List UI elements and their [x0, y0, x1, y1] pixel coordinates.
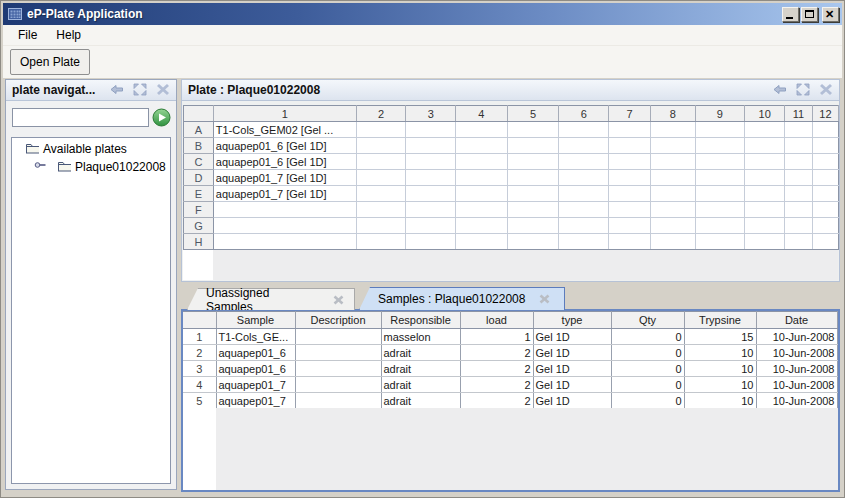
sample-cell[interactable]: Gel 1D	[533, 361, 611, 377]
well-H9[interactable]	[695, 234, 745, 250]
well-H2[interactable]	[356, 234, 406, 250]
sample-cell[interactable]: 2	[460, 361, 533, 377]
sample-cell[interactable]: 10-Jun-2008	[756, 393, 837, 409]
well-D6[interactable]	[559, 170, 609, 186]
well-D4[interactable]	[456, 170, 508, 186]
plate-close-panel-icon[interactable]	[819, 83, 833, 96]
sample-cell[interactable]: 4	[183, 377, 216, 393]
well-C9[interactable]	[695, 154, 745, 170]
well-G9[interactable]	[695, 218, 745, 234]
sample-cell[interactable]: Gel 1D	[533, 393, 611, 409]
sample-cell[interactable]: 10-Jun-2008	[756, 329, 837, 345]
well-F1[interactable]	[213, 202, 356, 218]
sample-cell[interactable]: 0	[611, 393, 684, 409]
well-F7[interactable]	[609, 202, 651, 218]
sample-cell[interactable]	[295, 329, 381, 345]
well-C10[interactable]	[745, 154, 785, 170]
well-C4[interactable]	[456, 154, 508, 170]
samples-col-header-Date[interactable]: Date	[756, 312, 837, 329]
well-H4[interactable]	[456, 234, 508, 250]
sample-cell[interactable]: 10-Jun-2008	[756, 361, 837, 377]
well-E10[interactable]	[745, 186, 785, 202]
well-F11[interactable]	[785, 202, 813, 218]
sample-row-3[interactable]: 3aquapep01_6adrait2Gel 1D01010-Jun-2008	[183, 361, 837, 377]
sample-cell[interactable]: adrait	[381, 377, 460, 393]
well-A6[interactable]	[559, 122, 609, 138]
well-G4[interactable]	[456, 218, 508, 234]
sample-cell[interactable]: aquapep01_7	[216, 377, 295, 393]
maximize-button[interactable]	[801, 7, 818, 22]
well-E6[interactable]	[559, 186, 609, 202]
well-A9[interactable]	[695, 122, 745, 138]
sample-cell[interactable]: 0	[611, 329, 684, 345]
sample-cell[interactable]: T1-Cols_GE...	[216, 329, 295, 345]
well-D10[interactable]	[745, 170, 785, 186]
sample-cell[interactable]: adrait	[381, 393, 460, 409]
sample-cell[interactable]: 3	[183, 361, 216, 377]
sample-cell[interactable]: 10-Jun-2008	[756, 345, 837, 361]
sample-cell[interactable]: 0	[611, 377, 684, 393]
well-F4[interactable]	[456, 202, 508, 218]
well-G12[interactable]	[812, 218, 838, 234]
sample-cell[interactable]: 10	[684, 377, 756, 393]
navigator-expand-panel-icon[interactable]	[133, 83, 147, 96]
well-H12[interactable]	[812, 234, 838, 250]
well-F2[interactable]	[356, 202, 406, 218]
tree-node-root[interactable]: Available plates	[12, 138, 170, 157]
sample-cell[interactable]	[295, 361, 381, 377]
plate-dock-left-icon[interactable]	[773, 83, 787, 96]
well-H5[interactable]	[507, 234, 559, 250]
well-B6[interactable]	[559, 138, 609, 154]
sample-cell[interactable]: 10	[684, 345, 756, 361]
samples-col-header-Trypsine[interactable]: Trypsine	[684, 312, 756, 329]
well-G10[interactable]	[745, 218, 785, 234]
sample-row-1[interactable]: 1T1-Cols_GE...masselon1Gel 1D01510-Jun-2…	[183, 329, 837, 345]
well-A8[interactable]	[650, 122, 695, 138]
samples-col-header-Qty[interactable]: Qty	[611, 312, 684, 329]
well-C6[interactable]	[559, 154, 609, 170]
well-B10[interactable]	[745, 138, 785, 154]
sample-cell[interactable]: 10	[684, 393, 756, 409]
well-B1[interactable]: aquapep01_6 [Gel 1D]	[213, 138, 356, 154]
sample-cell[interactable]: adrait	[381, 345, 460, 361]
well-H8[interactable]	[650, 234, 695, 250]
search-go-button[interactable]	[152, 108, 171, 127]
well-A10[interactable]	[745, 122, 785, 138]
sample-cell[interactable]: aquapep01_6	[216, 361, 295, 377]
well-E1[interactable]: aquapep01_7 [Gel 1D]	[213, 186, 356, 202]
sample-row-2[interactable]: 2aquapep01_6adrait2Gel 1D01010-Jun-2008	[183, 345, 837, 361]
well-H1[interactable]	[213, 234, 356, 250]
well-H6[interactable]	[559, 234, 609, 250]
well-A7[interactable]	[609, 122, 651, 138]
tree-handle-icon[interactable]	[34, 160, 48, 173]
well-F12[interactable]	[812, 202, 838, 218]
sample-cell[interactable]: Gel 1D	[533, 377, 611, 393]
sample-cell[interactable]: 2	[183, 345, 216, 361]
sample-cell[interactable]	[295, 345, 381, 361]
well-E7[interactable]	[609, 186, 651, 202]
sample-cell[interactable]: 5	[183, 393, 216, 409]
sample-cell[interactable]: 15	[684, 329, 756, 345]
well-B4[interactable]	[456, 138, 508, 154]
well-A4[interactable]	[456, 122, 508, 138]
menu-item-file[interactable]: File	[12, 26, 43, 44]
sample-cell[interactable]: 10	[684, 361, 756, 377]
sample-cell[interactable]: 0	[611, 345, 684, 361]
well-A11[interactable]	[785, 122, 813, 138]
well-A2[interactable]	[356, 122, 406, 138]
well-B3[interactable]	[406, 138, 456, 154]
well-C5[interactable]	[507, 154, 559, 170]
well-F10[interactable]	[745, 202, 785, 218]
sample-cell[interactable]: Gel 1D	[533, 345, 611, 361]
well-B2[interactable]	[356, 138, 406, 154]
well-E8[interactable]	[650, 186, 695, 202]
well-C2[interactable]	[356, 154, 406, 170]
well-E5[interactable]	[507, 186, 559, 202]
title-bar[interactable]: eP-Plate Application ✕	[3, 3, 842, 25]
well-G6[interactable]	[559, 218, 609, 234]
sample-cell[interactable]: aquapep01_7	[216, 393, 295, 409]
well-A1[interactable]: T1-Cols_GEM02 [Gel ...	[213, 122, 356, 138]
sample-cell[interactable]: 2	[460, 377, 533, 393]
navigator-dock-left-icon[interactable]	[110, 83, 124, 96]
well-H7[interactable]	[609, 234, 651, 250]
